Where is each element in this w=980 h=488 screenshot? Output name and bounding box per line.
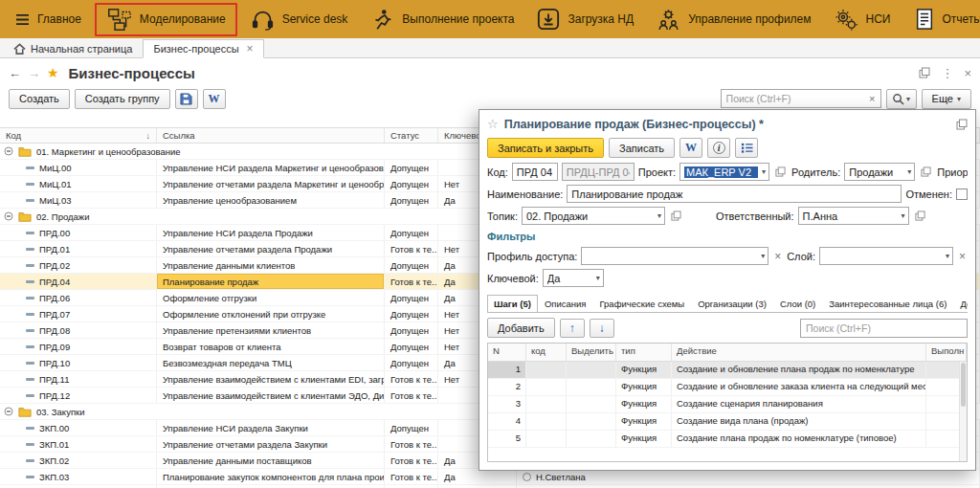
ribbon-item-project-execution[interactable]: Выполнение проекта [359, 4, 525, 35]
cell-n: 2 [488, 379, 526, 395]
key-combo[interactable]: Да▾ [543, 269, 604, 287]
steps-column-n: N [488, 344, 526, 361]
save-and-close-button[interactable]: Записать и закрыть [487, 138, 604, 158]
favorite-star-icon[interactable]: ☆ [487, 117, 499, 131]
project-combo[interactable]: МАК_ERP V2▾ [679, 163, 769, 181]
process-row[interactable]: ЗКП.03Планирование закупок компонентов д… [0, 469, 980, 485]
column-header-link: Ссылка [157, 128, 385, 143]
back-button[interactable]: ← [9, 66, 21, 80]
item-icon [26, 378, 34, 381]
structure-icon-button[interactable] [735, 138, 758, 158]
parent-combo[interactable]: Продажи▾ [844, 163, 915, 181]
search-box[interactable]: × [721, 89, 881, 108]
info-icon-button[interactable]: i [707, 138, 730, 158]
chevron-down-icon[interactable]: ▾ [596, 274, 600, 282]
cell-n: 5 [488, 431, 526, 447]
tab-business-processes[interactable]: Бизнес-процессы× [143, 39, 263, 58]
ribbon-item-main[interactable]: Главное [4, 8, 93, 31]
tab-close-icon[interactable]: × [247, 42, 254, 55]
ribbon-item-nd-upload[interactable]: Загрузка НД [525, 3, 645, 35]
add-button[interactable]: Добавить [487, 318, 555, 338]
dialog-tab-6[interactable]: Дополнительные поля (0) [953, 295, 968, 313]
steps-column-exec: Выполн [926, 344, 967, 361]
dialog-tab-2[interactable]: Графические схемы [592, 295, 691, 313]
more-menu-icon[interactable]: ⋮ [941, 66, 953, 80]
search-input[interactable] [722, 93, 864, 104]
dialog-tab-5[interactable]: Заинтересованные лица (6) [822, 295, 953, 313]
chevron-down-icon[interactable]: ▾ [902, 211, 905, 220]
ribbon-item-nsi[interactable]: НСИ [823, 4, 902, 35]
layer-combo[interactable]: ▾ [819, 247, 953, 265]
cell-link: Управление претензиями клиентов [157, 322, 385, 338]
step-row[interactable]: 2ФункцияСоздание и обновление заказа кли… [488, 379, 967, 396]
steps-search-box[interactable] [800, 319, 968, 338]
code-input[interactable] [512, 163, 558, 181]
collapse-icon[interactable] [4, 407, 13, 416]
ribbon-item-modeling[interactable]: Моделирование [95, 3, 237, 36]
dialog-button-row: Записать и закрыть Записать W i [487, 135, 968, 161]
favorite-star-icon[interactable]: ★ [47, 65, 59, 80]
cell-action: Создание и обновление заказа клиента на … [672, 379, 926, 395]
chevron-down-icon[interactable]: ▾ [761, 252, 765, 260]
cancelled-checkbox[interactable] [956, 189, 968, 200]
save-button[interactable]: Записать [609, 138, 675, 158]
group-label: 03. Закупки [36, 407, 85, 417]
create-button[interactable]: Создать [9, 89, 70, 109]
steps-search-input[interactable] [801, 322, 967, 334]
open-link-icon[interactable] [773, 165, 788, 179]
step-row[interactable]: 1ФункцияСоздание и обновление плана прод… [488, 362, 967, 379]
step-row[interactable]: 5ФункцияСоздание плана продаж по номенкл… [488, 431, 967, 448]
step-row[interactable]: 3ФункцияСоздание сценария планирования [488, 396, 967, 413]
close-icon[interactable]: × [964, 66, 971, 80]
dialog-tab-3[interactable]: Организации (3) [691, 295, 773, 313]
access-profile-combo[interactable]: ▾ [581, 247, 768, 265]
cell-status: Готов к те... [385, 388, 438, 403]
tab-home[interactable]: Начальная страница [3, 39, 143, 58]
open-link-icon[interactable] [913, 209, 927, 223]
scrollbar[interactable] [959, 362, 967, 461]
word-export-icon-button[interactable]: W [679, 138, 702, 158]
open-link-icon[interactable] [919, 165, 933, 179]
chevron-down-icon[interactable]: ▾ [907, 167, 911, 176]
link-icon[interactable] [919, 67, 930, 78]
chevron-down-icon[interactable]: ▾ [657, 211, 661, 220]
link-icon[interactable] [956, 119, 968, 130]
collapse-icon[interactable] [4, 146, 13, 156]
clear-icon[interactable]: × [957, 250, 968, 263]
create-group-button[interactable]: Создать группу [75, 89, 170, 109]
item-icon [26, 199, 34, 202]
ribbon-item-reports[interactable]: Отчеты [902, 3, 980, 35]
folder-icon [18, 145, 32, 157]
collapse-icon[interactable] [4, 211, 13, 221]
cell-status: Готов к те... [385, 453, 438, 468]
search-clear-icon[interactable]: × [864, 93, 880, 104]
chevron-down-icon[interactable]: ▾ [946, 252, 949, 260]
item-icon [26, 232, 34, 234]
responsible-combo[interactable]: П.Анна▾ [798, 207, 909, 225]
item-icon [26, 362, 34, 365]
move-down-button[interactable]: ↓ [590, 319, 614, 338]
name-input[interactable] [567, 185, 902, 203]
step-row[interactable]: 4ФункцияСоздание вида плана (продаж) [488, 413, 967, 431]
move-up-button[interactable]: ↑ [560, 319, 585, 338]
ribbon-item-profile-management[interactable]: Управление профилем [645, 4, 822, 35]
ribbon-item-service-desk[interactable]: Service desk [239, 4, 360, 35]
open-link-icon[interactable] [669, 209, 683, 223]
clear-icon[interactable]: × [772, 250, 783, 263]
dialog-tab-4[interactable]: Слои (0) [773, 295, 822, 313]
search-button[interactable]: ▾ [886, 89, 917, 109]
cell-select [567, 431, 616, 447]
chevron-down-icon[interactable]: ▾ [762, 167, 766, 176]
forward-button[interactable]: → [28, 66, 40, 80]
cell-code: ЗКП.03 [0, 469, 157, 484]
dialog-tab-1[interactable]: Описания [538, 295, 593, 313]
more-button[interactable]: Еще▾ [922, 89, 971, 109]
chevron-down-icon: ▾ [957, 95, 961, 103]
dialog-tab-0[interactable]: Шаги (5) [487, 295, 538, 313]
word-export-icon-button[interactable]: W [203, 89, 226, 109]
filters-section-header[interactable]: Фильтры [487, 227, 968, 245]
scrollbar-thumb[interactable] [961, 363, 966, 407]
topic-combo[interactable]: 02. Продажи▾ [522, 207, 665, 225]
save-icon-button[interactable] [175, 89, 198, 109]
steps-table-header[interactable]: N код Выделить тип Действие Выполн [488, 344, 967, 362]
